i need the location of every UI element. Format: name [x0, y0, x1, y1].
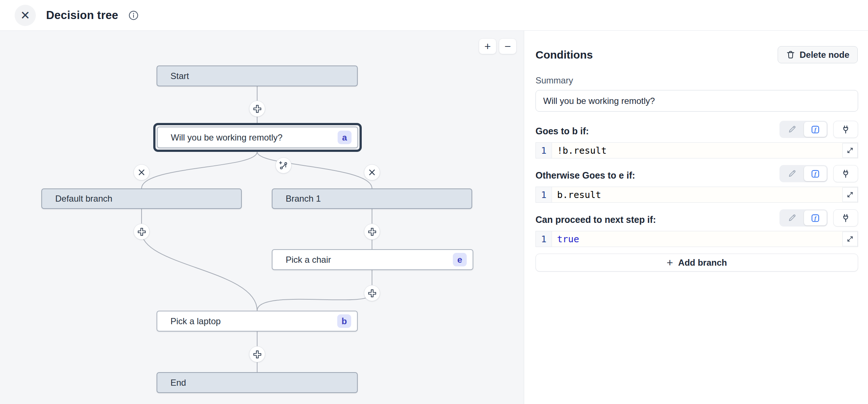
node-question[interactable]: Will you be working remotly? a: [157, 127, 358, 148]
trash-icon: [786, 50, 795, 59]
top-header: ✕ Decision tree: [0, 0, 868, 31]
plus-outline-icon: [252, 349, 262, 359]
condition-label: Goes to b if:: [536, 126, 589, 138]
plus-outline-icon: [137, 227, 147, 237]
function-icon: f: [811, 213, 820, 223]
function-icon: f: [811, 125, 820, 134]
expand-editor-button[interactable]: [842, 187, 858, 202]
formula-mode-button[interactable]: f: [804, 210, 827, 225]
expand-icon: [846, 235, 854, 243]
info-icon: [128, 10, 139, 20]
summary-input[interactable]: [536, 90, 858, 112]
add-branch-label: Add branch: [678, 258, 727, 268]
minus-icon: −: [504, 40, 511, 53]
node-default-branch[interactable]: Default branch: [41, 188, 242, 209]
condition-label: Can proceed to next step if:: [536, 214, 656, 227]
code-editor[interactable]: 1 b.result: [536, 187, 858, 203]
code-editor[interactable]: 1 true: [536, 231, 858, 247]
delete-node-button[interactable]: Delete node: [778, 46, 858, 63]
formula-mode-button[interactable]: f: [804, 166, 827, 181]
node-badge: a: [338, 131, 352, 144]
editor-mode-toggle: f: [779, 121, 828, 138]
code-text: !b.result: [557, 145, 606, 156]
code-editor[interactable]: 1 !b.result: [536, 142, 858, 158]
line-number: 1: [536, 143, 552, 158]
panel-title: Conditions: [536, 49, 593, 61]
zoom-in-button[interactable]: +: [479, 38, 496, 54]
node-pick-a-chair[interactable]: Pick a chair e: [272, 249, 473, 270]
close-icon: [138, 169, 145, 176]
plus-icon: +: [484, 40, 491, 53]
line-number: 1: [536, 231, 552, 247]
node-label: Default branch: [55, 194, 235, 204]
delete-branch-left-button[interactable]: [134, 164, 150, 180]
conditions-panel: Conditions Delete node Summary Goes to b…: [524, 31, 868, 404]
edit-mode-button[interactable]: [781, 166, 803, 181]
plug-icon: [841, 125, 850, 134]
plug-icon: [841, 213, 850, 223]
node-label: Pick a laptop: [170, 316, 337, 326]
svg-text:f: f: [815, 126, 817, 132]
plus-outline-icon: [252, 104, 262, 114]
close-button[interactable]: ✕: [15, 5, 36, 26]
pencil-icon: [788, 125, 797, 134]
editor-mode-toggle: f: [779, 209, 828, 227]
node-label: Branch 1: [286, 194, 466, 204]
node-badge: e: [453, 253, 467, 266]
formula-mode-button[interactable]: f: [804, 122, 827, 137]
branch-plus-icon: [278, 160, 289, 171]
code-text: true: [557, 234, 579, 244]
function-icon: f: [811, 169, 820, 179]
node-end[interactable]: End: [157, 372, 358, 393]
node-label: Will you be working remotly?: [171, 132, 338, 143]
decision-tree-canvas[interactable]: Start Will you be working remotly? a Def…: [0, 31, 524, 404]
svg-text:f: f: [815, 171, 817, 176]
condition-section-can-proceed: Can proceed to next step if: f: [536, 209, 858, 247]
delete-branch-right-button[interactable]: [364, 164, 380, 180]
edit-mode-button[interactable]: [781, 210, 803, 225]
expand-editor-button[interactable]: [842, 232, 858, 246]
add-node-button[interactable]: [364, 224, 380, 240]
add-branch-split-button[interactable]: [275, 157, 292, 173]
pencil-icon: [788, 213, 797, 222]
close-icon: ✕: [20, 10, 30, 21]
editor-mode-toggle: f: [779, 165, 828, 182]
node-label: End: [170, 378, 351, 388]
page-title: Decision tree: [46, 9, 118, 22]
condition-section-otherwise-goes-to-e: Otherwise Goes to e if: f: [536, 165, 858, 203]
plus-outline-icon: [367, 288, 377, 298]
zoom-out-button[interactable]: −: [499, 38, 516, 54]
plus-icon: +: [667, 257, 673, 269]
add-node-button[interactable]: [134, 224, 150, 240]
svg-text:f: f: [815, 215, 817, 221]
add-branch-button[interactable]: + Add branch: [536, 254, 858, 272]
node-label: Start: [170, 71, 351, 81]
add-node-button[interactable]: [249, 101, 265, 117]
add-node-button[interactable]: [364, 285, 380, 301]
add-node-button[interactable]: [249, 346, 265, 362]
node-start[interactable]: Start: [157, 66, 358, 86]
expand-icon: [846, 191, 854, 198]
line-number: 1: [536, 187, 552, 202]
expand-icon: [846, 147, 854, 154]
condition-section-goes-to-b: Goes to b if: f: [536, 121, 858, 158]
canvas-zoom-controls: + −: [479, 38, 516, 54]
expand-editor-button[interactable]: [842, 143, 858, 158]
edit-mode-button[interactable]: [781, 122, 803, 137]
plug-icon: [841, 169, 850, 179]
node-label: Pick a chair: [286, 255, 453, 265]
summary-label: Summary: [536, 75, 858, 86]
plus-outline-icon: [367, 227, 377, 237]
node-badge: b: [337, 314, 351, 328]
node-branch-1[interactable]: Branch 1: [272, 188, 472, 209]
insert-variable-button[interactable]: [833, 165, 858, 182]
pencil-icon: [788, 169, 797, 178]
delete-node-label: Delete node: [800, 50, 849, 60]
insert-variable-button[interactable]: [833, 121, 858, 138]
code-text: b.result: [557, 190, 601, 200]
insert-variable-button[interactable]: [833, 209, 858, 227]
node-pick-a-laptop[interactable]: Pick a laptop b: [157, 311, 358, 332]
condition-label: Otherwise Goes to e if:: [536, 170, 635, 182]
close-icon: [368, 169, 376, 176]
selected-node-ring: Will you be working remotly? a: [153, 123, 362, 152]
